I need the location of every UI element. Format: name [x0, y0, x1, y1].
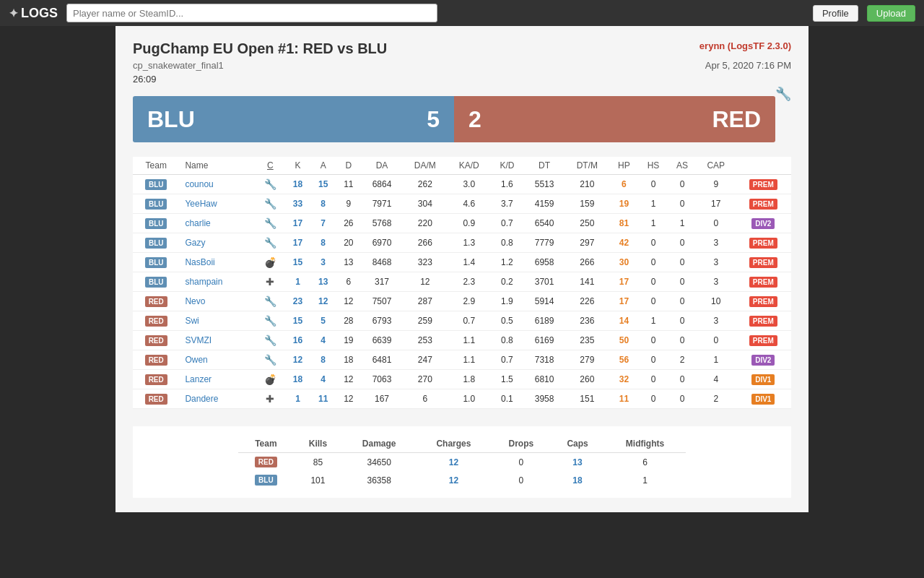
sum-midfights: 1 [604, 471, 686, 489]
settings-icon[interactable]: 🔧 [775, 86, 791, 102]
rank-badge: PREM [749, 199, 777, 210]
class-icon: 🔧 [264, 198, 276, 210]
match-duration: 26:09 [133, 74, 791, 85]
col-kd: K/D [490, 157, 523, 175]
summary-row: BLU 101 36358 12 0 18 1 [238, 471, 686, 489]
row-as: 0 [668, 311, 697, 331]
sum-col-team: Team [238, 435, 294, 453]
sum-col-charges: Charges [416, 435, 491, 453]
sum-caps: 13 [551, 453, 604, 472]
row-dt: 4159 [524, 194, 565, 214]
player-name: Owen [179, 350, 255, 370]
row-da: 7507 [361, 292, 402, 311]
row-dt: 3701 [524, 272, 565, 292]
row-kd: 0.7 [490, 214, 523, 233]
scoreboard: BLU 5 2 RED [133, 96, 775, 142]
row-kd: 3.7 [490, 194, 523, 214]
row-kad: 0.9 [448, 214, 490, 233]
search-input[interactable] [66, 4, 437, 22]
row-da: 6864 [361, 175, 402, 194]
class-icon: 🔧 [264, 296, 276, 307]
player-link[interactable]: counou [185, 179, 213, 189]
row-cap: 0 [697, 214, 736, 233]
row-kd: 1.5 [490, 370, 523, 389]
row-hp: 19 [609, 194, 639, 214]
col-rank [736, 157, 791, 175]
red-team-name: RED [712, 106, 761, 133]
row-kad: 3.0 [448, 175, 490, 194]
row-as: 0 [668, 253, 697, 272]
row-class: 🔧 [256, 233, 285, 253]
player-link[interactable]: shampain [185, 277, 222, 287]
match-title: PugChamp EU Open #1: RED vs BLU [133, 40, 791, 57]
stats-table: Team Name C K A D DA DA/M KA/D K/D DT DT… [133, 157, 791, 409]
row-cap: 10 [697, 292, 736, 311]
sum-col-midfights: Midfights [604, 435, 686, 453]
class-icon: 🔧 [264, 217, 276, 229]
row-dam: 259 [403, 311, 448, 331]
row-class: 🔧 [256, 350, 285, 370]
row-kad: 1.4 [448, 253, 490, 272]
col-class[interactable]: C [256, 157, 285, 175]
player-link[interactable]: NasBoii [185, 257, 214, 267]
row-kd: 0.1 [490, 389, 523, 409]
row-hs: 1 [639, 311, 668, 331]
row-team: BLU [133, 253, 179, 272]
row-cap: 3 [697, 272, 736, 292]
sum-midfights: 6 [604, 453, 686, 472]
navbar: ✦ LOGS Profile Upload [0, 0, 924, 26]
row-dtm: 297 [565, 233, 609, 253]
col-cap: CAP [697, 157, 736, 175]
player-link[interactable]: Owen [185, 355, 207, 365]
row-a: 13 [310, 272, 336, 292]
rank-badge: PREM [749, 335, 777, 346]
col-dt: DT [524, 157, 565, 175]
upload-button[interactable]: Upload [867, 5, 915, 22]
row-team: BLU [133, 233, 179, 253]
player-link[interactable]: Nevo [185, 296, 205, 306]
player-link[interactable]: SVMZI [185, 335, 212, 345]
col-as: AS [668, 157, 697, 175]
player-link[interactable]: Swi [185, 316, 199, 326]
row-da: 167 [361, 389, 402, 409]
row-team: BLU [133, 272, 179, 292]
row-dt: 5914 [524, 292, 565, 311]
row-k: 17 [285, 233, 310, 253]
rank-badge: PREM [749, 277, 777, 288]
row-cap: 2 [697, 389, 736, 409]
row-cap: 17 [697, 194, 736, 214]
row-as: 0 [668, 233, 697, 253]
class-icon: ✚ [266, 393, 274, 405]
row-k: 1 [285, 389, 310, 409]
row-d: 28 [336, 311, 361, 331]
row-hp: 6 [609, 175, 639, 194]
row-cap: 3 [697, 253, 736, 272]
row-as: 0 [668, 292, 697, 311]
table-row: RED Nevo 🔧 23 12 12 7507 287 2.9 1.9 591… [133, 292, 791, 311]
row-hs: 0 [639, 253, 668, 272]
player-link[interactable]: YeeHaw [185, 199, 217, 209]
class-icon: ✚ [266, 276, 274, 288]
row-dt: 6958 [524, 253, 565, 272]
profile-button[interactable]: Profile [813, 5, 858, 22]
row-k: 23 [285, 292, 310, 311]
player-link[interactable]: Gazy [185, 238, 205, 248]
blu-team-name: BLU [147, 106, 195, 133]
sum-team-badge: RED [255, 457, 277, 467]
row-k: 15 [285, 253, 310, 272]
player-link[interactable]: Lanzer [185, 374, 212, 384]
table-row: RED Owen 🔧 12 8 18 6481 247 1.1 0.7 7318… [133, 350, 791, 370]
row-rank: PREM [736, 175, 791, 194]
row-kd: 0.2 [490, 272, 523, 292]
row-a: 3 [310, 253, 336, 272]
row-kd: 0.5 [490, 311, 523, 331]
rank-badge: DIV2 [751, 355, 775, 366]
col-hp: HP [609, 157, 639, 175]
row-as: 0 [668, 389, 697, 409]
row-k: 17 [285, 214, 310, 233]
class-icon: 💣 [264, 256, 276, 268]
row-dtm: 236 [565, 311, 609, 331]
player-link[interactable]: Dandere [185, 394, 218, 404]
player-link[interactable]: charlie [185, 218, 210, 228]
row-da: 6793 [361, 311, 402, 331]
